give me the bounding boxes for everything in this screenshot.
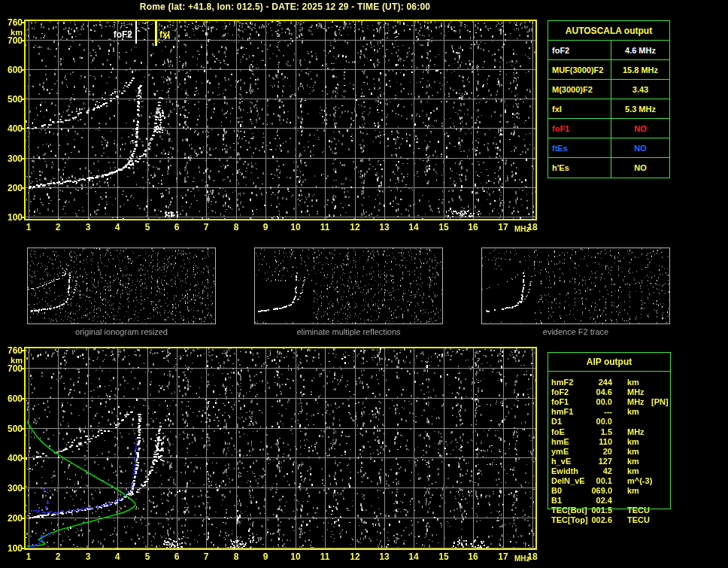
parameter-value: 5.3 MHz [611,105,669,114]
parameter-value: NO [611,144,669,153]
x-tick-label: 9 [256,223,275,232]
aip-table-border [548,352,671,509]
y-tick-label: 300 [0,154,23,163]
x-tick-label: 8 [226,223,246,232]
x-tick-label: 14 [404,223,423,232]
x-tick-label: 13 [375,552,394,561]
parameter-label: M(3000)F2 [548,80,611,99]
autoscala-row-fof1: foF1NO [548,119,669,138]
autoscala-row-fof2: foF24.6 MHz [548,41,669,60]
parameter-label: h'Es [548,158,611,178]
parameter-label: fxI [548,99,611,118]
x-tick-label: 17 [493,223,513,232]
parameter-label: foF1 [548,119,611,138]
y-tick-label: 300 [0,484,23,493]
x-tick-label: 5 [138,552,157,561]
autoscala-row-ftes: ftEsNO [548,138,669,158]
autoscala-row-fxi: fxI5.3 MHz [548,99,669,119]
parameter-label: MUF(3000)F2 [548,60,611,79]
autoscala-output-table: AUTOSCALA output foF24.6 MHzMUF(3000)F21… [548,20,670,178]
aip-row-tectop: TEC[Top]002.6TECU [551,515,670,525]
x-tick-label: 7 [196,552,216,561]
y-tick-label: 500 [0,95,23,104]
x-tick-label: 15 [434,552,453,561]
parameter-value: 15.8 MHz [611,65,669,74]
foF2-marker-label: foF2 [110,30,132,39]
x-axis-unit-label: MHz [514,555,530,563]
y-tick-label: 700 [0,364,23,373]
x-tick-label: 2 [48,552,68,561]
x-tick-label: 5 [138,223,157,232]
autoscala-row-m3000f2: M(3000)F23.43 [548,80,669,99]
parameter-value: 002.6 [551,515,612,524]
x-tick-label: 13 [375,223,394,232]
x-axis-unit-label: MHz [514,226,530,233]
fxI-marker-label: fxI [159,30,170,39]
parameter-value: 3.43 [611,85,669,94]
thumbnail-caption-evidence: evidence F2 trace [481,327,670,336]
y-tick-label: 700 [0,36,23,45]
y-tick-label: 600 [0,394,23,403]
parameter-value: 4.6 MHz [611,46,669,55]
parameter-value: NO [611,163,669,172]
x-tick-label: 12 [345,223,365,232]
x-tick-label: 8 [226,552,246,561]
thumbnail-caption-eliminate: eliminate multiple reflections [254,327,443,336]
autoscala-table-title: AUTOSCALA output [548,21,669,41]
y-tick-label: 600 [0,65,23,74]
y-tick-label: 200 [0,184,23,193]
y-tick-label: 400 [0,454,23,463]
x-tick-label: 2 [48,223,68,232]
x-tick-label: 6 [167,223,187,232]
x-tick-label: 4 [108,552,127,561]
autoscala-window: Rome (lat: +41.8, lon: 012.5) - DATE: 20… [0,0,728,568]
x-tick-label: 11 [315,223,335,232]
autoscala-row-muf3000f2: MUF(3000)F215.8 MHz [548,60,669,80]
y-tick-label: 400 [0,124,23,133]
x-tick-label: 11 [315,552,335,561]
x-tick-label: 16 [463,223,483,232]
x-tick-label: 12 [345,552,365,561]
x-tick-label: 10 [286,552,305,561]
x-tick-label: 1 [19,223,38,232]
x-tick-label: 17 [493,552,513,561]
parameter-label: foF2 [548,41,611,59]
x-tick-label: 15 [434,223,453,232]
x-tick-label: 16 [463,552,483,561]
autoscala-row-hes: h'EsNO [548,158,669,178]
parameter-label: ftEs [548,138,611,157]
y-tick-label: 100 [0,544,23,553]
y-tick-label: 200 [0,514,23,523]
autoscala-table-rows: foF24.6 MHzMUF(3000)F215.8 MHzM(3000)F23… [548,41,669,178]
y-axis-unit-label: km [0,28,23,37]
y-axis-unit-label: km [0,356,23,365]
parameter-unit: TECU [627,515,650,524]
y-tick-label: 760 [0,346,23,355]
y-tick-label: 500 [0,424,23,433]
thumbnail-caption-original: original ionogram resized [27,327,216,336]
x-tick-label: 9 [256,552,275,561]
x-tick-label: 3 [78,552,98,561]
x-tick-label: 6 [167,552,187,561]
aip-output-table: AIP output hmF2244kmfoF204.6MHzfoF100.0M… [548,352,671,529]
x-tick-label: 4 [108,223,127,232]
x-tick-label: 10 [286,223,305,232]
y-tick-label: 100 [0,213,23,222]
x-tick-label: 7 [196,223,216,232]
page-title: Rome (lat: +41.8, lon: 012.5) - DATE: 20… [0,2,570,12]
x-tick-label: 14 [404,552,423,561]
x-tick-label: 3 [78,223,98,232]
parameter-value: NO [611,124,669,133]
y-tick-label: 760 [0,18,23,27]
